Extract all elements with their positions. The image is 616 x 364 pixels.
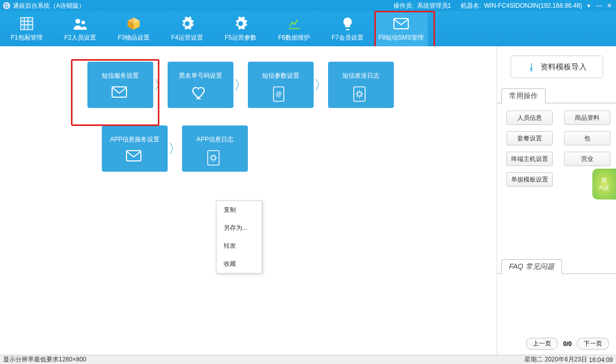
toolbar-item-box[interactable]: F3物品设置 (107, 11, 160, 46)
chevron-right-icon: 〉 (153, 62, 168, 108)
toolbar-label: F8短信SMS管理 (378, 33, 424, 42)
svg-rect-10 (208, 151, 219, 165)
tile-label: 黑名单号码设置 (179, 71, 222, 80)
titlebar: G 通娱后台系统（A连锁版） 操作员:系统管理员1 机器名:WIN-FC4SID… (0, 0, 616, 11)
status-left: 显示分辨率最低要求1280×800 (3, 355, 86, 364)
quick-btn[interactable]: 包 (564, 131, 610, 145)
ctxmenu-item[interactable]: 复制 (216, 201, 262, 219)
mail-icon (126, 150, 143, 162)
svg-rect-0 (21, 17, 32, 29)
import-template-button[interactable]: ⭳ 资料模板导入 (511, 56, 603, 78)
tile-at-2[interactable]: 短信参数设置@ (248, 62, 314, 108)
svg-point-8 (357, 92, 361, 96)
tile-label: 短信参数设置 (262, 71, 299, 80)
chevron-right-icon: 〉 (233, 62, 248, 108)
tile-label: APP信息服务设置 (110, 135, 159, 144)
page-indicator: 0/0 (563, 340, 572, 348)
statusbar: 显示分辨率最低要求1280×800 星期二 2020年6月23日 16:04:0… (0, 355, 616, 364)
tile-heart-1[interactable]: 黑名单号码设置 (168, 62, 233, 108)
tile-cog-1[interactable]: APP信息日志 (182, 125, 248, 172)
svg-rect-3 (394, 19, 408, 29)
users-icon (73, 16, 88, 31)
toolbar-label: F1包厢管理 (11, 33, 43, 42)
titlebar-right: 操作员:系统管理员1 机器名:WIN-FC4SIDONJIN(192.168.9… (393, 2, 613, 10)
faq-section: FAQ 常见问题 (497, 259, 616, 274)
tile-row-2: APP信息服务设置〉APP信息日志 (102, 125, 476, 172)
tile-label: 短信服务设置 (102, 71, 139, 80)
status-date: 2020年6月23日 (545, 355, 587, 364)
svg-point-1 (76, 19, 80, 23)
toolbar-label: F5运营参数 (225, 33, 257, 42)
quick-btn[interactable]: 套餐设置 (506, 131, 553, 145)
toolbar-label: F4运营设置 (171, 33, 203, 42)
tile-label: 短信发送日志 (342, 71, 379, 80)
box-icon (126, 16, 141, 31)
toolbar-item-bulb[interactable]: F7会员设置 (321, 11, 374, 46)
quick-btn[interactable]: 单据模板设置 (506, 172, 553, 187)
toolbar-item-gear[interactable]: F4运营设置 (160, 11, 214, 46)
heart-icon (192, 86, 209, 99)
quick-btn[interactable]: 人员信息 (506, 111, 553, 125)
import-label: 资料模板导入 (540, 62, 587, 72)
at-icon: @ (272, 86, 289, 99)
chevron-right-icon: 〉 (168, 125, 182, 172)
tile-mail-0[interactable]: 短信服务设置 (87, 62, 153, 108)
gear2-icon (233, 16, 248, 31)
bulb-icon (340, 16, 355, 31)
pager: 上一页 0/0 下一页 (526, 338, 609, 350)
svg-point-2 (81, 21, 85, 24)
gear-icon (179, 16, 195, 31)
toolbar-label: F7会员设置 (332, 33, 364, 42)
machine-label: 机器名: (461, 2, 481, 10)
sidebar: ⭳ 资料模板导入 常用操作 人员信息商品资料套餐设置包终端主机设置营业单据模板设… (497, 46, 616, 355)
tile-mail-0[interactable]: APP信息服务设置 (102, 125, 168, 172)
toolbar-item-chart[interactable]: F6数据维护 (267, 11, 321, 46)
prev-page-button[interactable]: 上一页 (526, 338, 558, 350)
tile-cog-3[interactable]: 短信发送日志 (328, 62, 394, 108)
quick-btn[interactable]: 营业 (564, 152, 610, 166)
svg-text:@: @ (276, 90, 282, 98)
quick-btn[interactable]: 终端主机设置 (506, 152, 553, 166)
cog-icon (352, 86, 370, 99)
svg-rect-7 (354, 87, 365, 101)
dropdown-icon[interactable]: ▾ (585, 2, 592, 9)
mail-icon (112, 86, 129, 99)
toolbar-label: F3物品设置 (118, 33, 150, 42)
operator-value: 系统管理员1 (417, 2, 451, 10)
quick-btn[interactable]: 商品资料 (564, 111, 610, 125)
app-title: 通娱后台系统（A连锁版） (13, 2, 85, 10)
status-weekday: 星期二 (524, 355, 543, 364)
context-menu: 复制另存为...转发收藏 (216, 201, 262, 274)
chart-icon (286, 16, 302, 31)
svg-rect-4 (112, 87, 126, 97)
ctxmenu-item[interactable]: 转发 (216, 237, 262, 255)
machine-value: WIN-FC4SIDONJIN(192.168.96.48) (484, 2, 582, 9)
tile-row-1: 短信服务设置〉黑名单号码设置〉短信参数设置@〉短信发送日志 (87, 62, 476, 108)
ctxmenu-item[interactable]: 收藏 (216, 255, 262, 273)
canvas: 短信服务设置〉黑名单号码设置〉短信参数设置@〉短信发送日志 APP信息服务设置〉… (0, 46, 497, 355)
chevron-right-icon: 〉 (314, 62, 328, 108)
next-page-button[interactable]: 下一页 (577, 338, 609, 350)
operator-label: 操作员: (393, 2, 413, 10)
float-badge[interactable]: 简 A设 (592, 169, 616, 199)
toolbar-item-mail[interactable]: F8短信SMS管理 (374, 11, 428, 46)
download-icon: ⭳ (527, 62, 536, 72)
svg-rect-9 (126, 151, 141, 161)
app-logo-icon: G (3, 2, 10, 9)
tile-label: APP信息日志 (196, 135, 233, 144)
toolbar-label: F2人员设置 (64, 33, 96, 42)
grid-icon (19, 16, 34, 31)
status-time: 16:04:09 (589, 356, 613, 363)
mail-icon (393, 16, 409, 31)
toolbar-label: F6数据维护 (278, 33, 310, 42)
toolbar-item-users[interactable]: F2人员设置 (53, 11, 107, 46)
quick-ops-tab[interactable]: 常用操作 (501, 88, 546, 103)
ctxmenu-item[interactable]: 另存为... (216, 219, 262, 237)
toolbar-item-gear2[interactable]: F5运营参数 (214, 11, 267, 46)
workspace: 短信服务设置〉黑名单号码设置〉短信参数设置@〉短信发送日志 APP信息服务设置〉… (0, 46, 616, 355)
toolbar-item-grid[interactable]: F1包厢管理 (0, 11, 53, 46)
main-toolbar: F1包厢管理F2人员设置F3物品设置F4运营设置F5运营参数F6数据维护F7会员… (0, 11, 616, 46)
minimize-button[interactable]: — (595, 2, 603, 9)
faq-title-text: 常见问题 (526, 262, 554, 270)
close-button[interactable]: ✕ (606, 2, 613, 9)
